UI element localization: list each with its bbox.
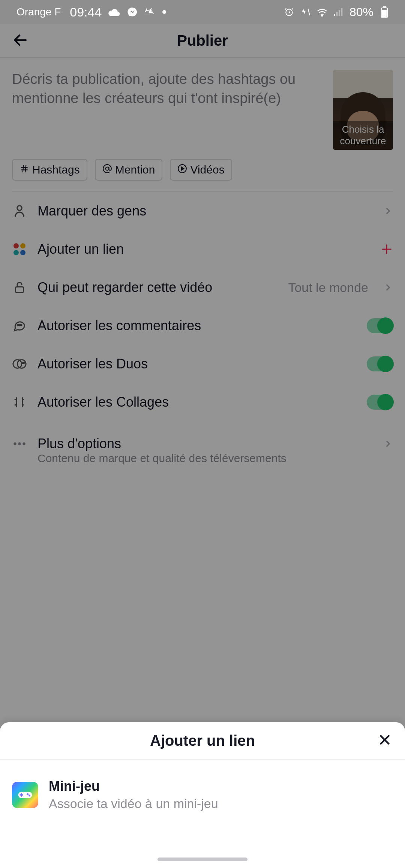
signal-icon xyxy=(333,6,344,18)
gamepad-icon xyxy=(12,782,38,808)
svg-rect-26 xyxy=(334,14,335,16)
svg-point-38 xyxy=(28,795,30,796)
svg-rect-29 xyxy=(341,8,342,16)
sheet-title: Ajouter un lien xyxy=(150,732,255,749)
svg-point-37 xyxy=(27,793,28,795)
gesture-handle[interactable] xyxy=(158,858,248,861)
mini-game-option[interactable]: Mini-jeu Associe ta vidéo à un mini-jeu xyxy=(12,778,393,811)
svg-point-25 xyxy=(321,15,323,16)
clock-label: 09:44 xyxy=(70,5,102,19)
pinwheel-icon xyxy=(144,6,156,18)
battery-icon xyxy=(379,6,390,18)
carrier-label: Orange F xyxy=(16,6,61,18)
svg-line-24 xyxy=(308,9,309,15)
mini-game-title: Mini-jeu xyxy=(49,778,218,794)
battery-label: 80% xyxy=(350,5,374,19)
svg-rect-27 xyxy=(336,12,338,16)
svg-rect-28 xyxy=(339,10,340,16)
notification-dot-icon xyxy=(162,10,166,14)
close-button[interactable] xyxy=(378,733,392,748)
cloud-icon xyxy=(108,6,120,18)
wifi-icon xyxy=(316,6,328,18)
mini-game-subtitle: Associe ta vidéo à un mini-jeu xyxy=(49,796,218,811)
alarm-icon xyxy=(284,6,295,18)
svg-rect-32 xyxy=(382,10,387,17)
status-bar: Orange F 09:44 80% xyxy=(0,0,405,24)
vibrate-icon xyxy=(300,6,311,18)
add-link-sheet: Ajouter un lien Mini-jeu Associe ta vidé… xyxy=(0,722,405,868)
messenger-icon xyxy=(126,6,138,18)
